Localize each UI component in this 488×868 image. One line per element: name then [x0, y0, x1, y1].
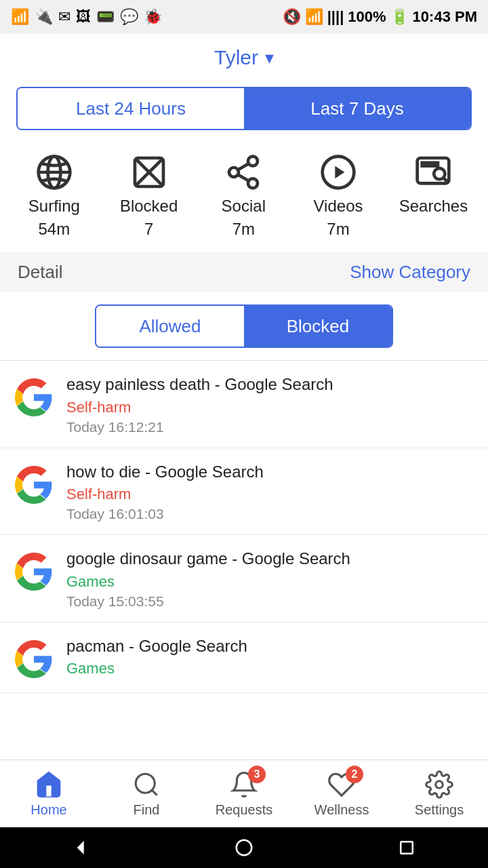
item-category: Games: [66, 573, 474, 591]
wellness-nav-label: Wellness: [314, 802, 369, 818]
sim-icon: 📶: [11, 8, 29, 26]
nav-home[interactable]: Home: [15, 770, 83, 818]
home-button[interactable]: [227, 831, 261, 865]
status-icons: 📶 🔌 ✉ 🖼 📟 💬 🐞: [11, 8, 162, 26]
videos-label: Videos: [314, 197, 363, 216]
svg-rect-22: [401, 842, 413, 854]
time-period-toggle: Last 24 Hours Last 7 Days: [16, 87, 472, 130]
item-content: google dinosaur game - Google Search Gam…: [66, 547, 474, 610]
svg-point-7: [229, 167, 239, 177]
nav-find[interactable]: Find: [113, 770, 180, 818]
item-content: how to die - Google Search Self-harm Tod…: [66, 460, 474, 523]
svg-rect-14: [422, 163, 438, 166]
find-nav-label: Find: [134, 802, 160, 818]
item-title: pacman - Google Search: [66, 635, 474, 658]
stats-row: Surfing 54m Blocked 7 Social 7m: [0, 136, 488, 245]
item-title: easy painless death - Google Search: [66, 373, 474, 396]
stat-blocked[interactable]: Blocked 7: [115, 152, 183, 239]
searches-label: Searches: [399, 197, 468, 216]
status-bar: 📶 🔌 ✉ 🖼 📟 💬 🐞 🔇 📶 |||| 100% 🔋 10:43 PM: [0, 0, 488, 34]
item-title: how to die - Google Search: [66, 460, 474, 484]
item-category: Self-harm: [66, 399, 474, 416]
home-icon: [34, 770, 64, 800]
filter-toggle: Allowed Blocked: [95, 304, 393, 348]
search-icon: [413, 152, 453, 193]
detail-label: Detail: [18, 262, 62, 283]
item-content: easy painless death - Google Search Self…: [66, 373, 474, 435]
search-results-list: easy painless death - Google Search Self…: [0, 360, 488, 693]
svg-point-17: [136, 774, 155, 793]
surfing-value: 54m: [39, 220, 70, 239]
svg-marker-12: [335, 166, 344, 179]
share-icon: [223, 152, 264, 193]
item-time: Today 16:01:03: [66, 506, 474, 522]
show-category-button[interactable]: Show Category: [350, 262, 470, 283]
signal-bars: ||||: [327, 8, 344, 26]
stat-videos[interactable]: Videos 7m: [304, 152, 372, 239]
mute-icon: 🔇: [283, 8, 301, 26]
svg-point-15: [434, 168, 445, 179]
nav-settings[interactable]: Settings: [405, 770, 473, 818]
allowed-filter-button[interactable]: Allowed: [96, 306, 244, 347]
battery-percent: 100%: [348, 8, 386, 26]
blocked-label: Blocked: [120, 197, 178, 216]
social-value: 7m: [232, 220, 255, 239]
blocked-filter-button[interactable]: Blocked: [244, 306, 392, 347]
blocked-icon: [129, 152, 169, 193]
list-item[interactable]: how to die - Google Search Self-harm Tod…: [0, 448, 488, 536]
image-icon: 🖼: [76, 8, 91, 26]
status-right: 🔇 📶 |||| 100% 🔋 10:43 PM: [283, 8, 477, 26]
svg-point-6: [248, 157, 258, 166]
last-24-hours-button[interactable]: Last 24 Hours: [18, 88, 244, 129]
globe-icon: [34, 152, 75, 193]
heart-icon: 2: [327, 770, 357, 800]
item-time: Today 15:03:55: [66, 593, 474, 610]
bell-icon: 3: [229, 770, 259, 800]
detail-bar: Detail Show Category: [0, 252, 488, 292]
list-item[interactable]: easy painless death - Google Search Self…: [0, 361, 488, 448]
videos-value: 7m: [327, 220, 349, 239]
settings-nav-label: Settings: [415, 802, 464, 818]
google-logo: [14, 639, 54, 679]
list-item[interactable]: google dinosaur game - Google Search Gam…: [0, 535, 488, 623]
svg-point-8: [248, 178, 258, 188]
svg-line-18: [152, 790, 157, 795]
svg-line-9: [238, 175, 249, 181]
last-7-days-button[interactable]: Last 7 Days: [244, 88, 470, 129]
gear-icon: [424, 770, 454, 800]
stat-social[interactable]: Social 7m: [209, 152, 277, 239]
social-label: Social: [222, 197, 266, 216]
username-label: Tyler: [214, 46, 258, 69]
svg-line-16: [444, 178, 448, 182]
debug-icon: 🐞: [144, 8, 162, 26]
list-item[interactable]: pacman - Google Search Games: [0, 623, 488, 694]
requests-badge: 3: [248, 766, 266, 783]
stat-surfing[interactable]: Surfing 54m: [20, 152, 88, 239]
header: Tyler ▾: [0, 34, 488, 81]
bottom-navigation: Home Find 3 Requests 2 Wellne: [0, 760, 488, 827]
svg-point-21: [237, 840, 252, 856]
item-title: google dinosaur game - Google Search: [66, 547, 474, 570]
item-category: Self-harm: [66, 486, 474, 503]
nav-requests[interactable]: 3 Requests: [210, 770, 278, 818]
item-category: Games: [66, 660, 474, 677]
play-icon: [318, 152, 359, 193]
google-logo: [14, 551, 54, 592]
wifi-icon: 📶: [305, 8, 323, 26]
alarm-icon: 📟: [96, 8, 115, 26]
svg-point-19: [436, 781, 443, 789]
nav-wellness[interactable]: 2 Wellness: [308, 770, 375, 818]
user-selector[interactable]: Tyler ▾: [214, 46, 274, 69]
requests-nav-label: Requests: [216, 802, 273, 818]
android-nav-bar: [0, 827, 488, 868]
message-icon: 💬: [120, 8, 138, 26]
svg-line-10: [238, 163, 249, 170]
battery-icon: 🔋: [390, 8, 409, 26]
back-button[interactable]: [64, 831, 98, 865]
item-time: Today 16:12:21: [66, 419, 474, 435]
wellness-badge: 2: [346, 766, 363, 783]
google-logo: [14, 465, 54, 505]
stat-searches[interactable]: Searches: [399, 152, 468, 239]
blocked-value: 7: [144, 220, 153, 239]
recents-button[interactable]: [390, 831, 424, 865]
